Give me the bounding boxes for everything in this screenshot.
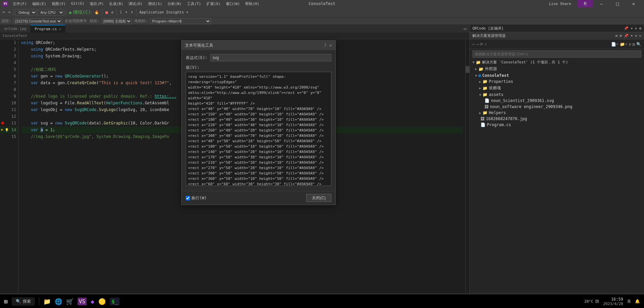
modal-expression-row: 表达式(E):: [186, 54, 331, 61]
modal-close-button[interactable]: 关闭(C): [306, 194, 331, 202]
modal-title: 文本可视化工具: [185, 43, 213, 48]
modal-titlebar: 文本可视化工具 ? ✕: [182, 41, 335, 50]
modal-wrap-checkbox-label[interactable]: 换行(W): [186, 195, 207, 201]
modal-footer: 换行(W) 关闭(C): [182, 191, 335, 205]
modal-overlay: 文本可视化工具 ? ✕ 表达式(E): 值(V): <svg version="…: [0, 0, 644, 308]
modal-body: 表达式(E): 值(V): <svg version="1.1" basePro…: [182, 50, 335, 191]
modal-wrap-checkbox[interactable]: [186, 196, 190, 200]
modal-expression-label: 表达式(E):: [186, 55, 208, 61]
modal-value-label: 值(V):: [186, 65, 331, 70]
modal-help-btn[interactable]: ?: [324, 43, 326, 48]
modal-wrap-label: 换行(W): [191, 195, 207, 201]
text-visualizer-modal: 文本可视化工具 ? ✕ 表达式(E): 值(V): <svg version="…: [181, 40, 336, 205]
modal-value-textarea[interactable]: <svg version="1.1" baseProfile="full" sh…: [186, 72, 331, 186]
modal-expression-input[interactable]: [210, 54, 331, 61]
modal-titlebar-controls: ? ✕: [324, 43, 332, 48]
modal-close-btn[interactable]: ✕: [329, 43, 332, 48]
